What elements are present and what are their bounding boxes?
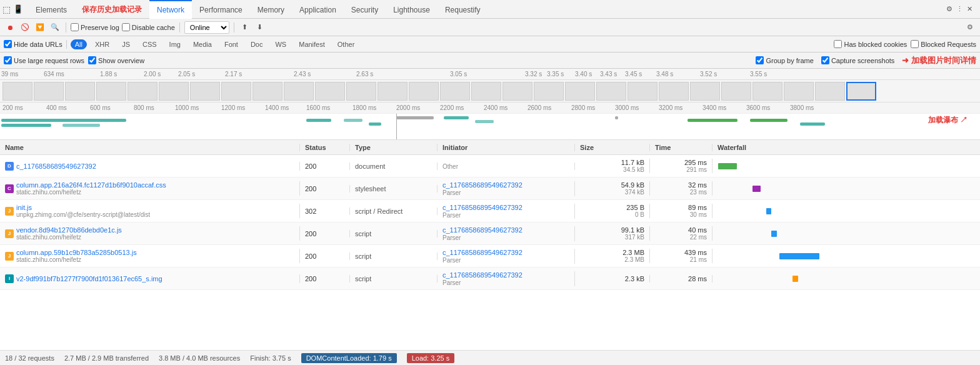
has-blocked-cookies-input[interactable] — [834, 40, 842, 48]
screenshot-10[interactable] — [284, 82, 314, 101]
network-condition-select[interactable]: Online Fast 3G Slow 3G Offline — [184, 21, 229, 34]
screenshot-20[interactable] — [596, 82, 626, 101]
has-blocked-cookies-checkbox[interactable]: Has blocked cookies — [834, 40, 907, 48]
tab-performance[interactable]: Performance — [192, 0, 250, 19]
blocked-requests-checkbox[interactable]: Blocked Requests — [911, 40, 976, 48]
screenshot-6[interactable] — [159, 82, 189, 101]
cell-size-2: 54.9 kB 374 kB — [575, 181, 650, 196]
tab-lighthouse[interactable]: Lighthouse — [386, 0, 438, 19]
table-row[interactable]: J init.js unpkg.zhimg.com/@cfe/sentry-sc… — [0, 200, 980, 222]
capture-screenshots-checkbox[interactable]: Capture screenshots — [821, 56, 895, 64]
screenshot-9[interactable] — [252, 82, 282, 101]
export-button[interactable]: ⬇ — [254, 21, 266, 34]
screenshot-15[interactable] — [440, 82, 470, 101]
settings-button[interactable]: ⚙ — [964, 21, 976, 34]
screenshot-3[interactable] — [65, 82, 95, 101]
tab-memory[interactable]: Memory — [250, 0, 292, 19]
screenshot-16[interactable] — [471, 82, 501, 101]
tab-security[interactable]: Security — [344, 0, 386, 19]
screenshot-17[interactable] — [502, 82, 532, 101]
use-large-rows-input[interactable] — [4, 56, 12, 64]
screenshot-11[interactable] — [315, 82, 345, 101]
record-button[interactable]: ⏺ — [4, 21, 16, 34]
tab-save-history[interactable]: 保存历史加载记录 — [74, 0, 149, 19]
screenshot-13[interactable] — [378, 82, 408, 101]
header-waterfall[interactable]: Waterfall — [712, 144, 980, 151]
filter-font[interactable]: Font — [220, 39, 242, 49]
tab-network[interactable]: Network — [149, 0, 192, 19]
close-icon[interactable]: ✕ — [967, 5, 972, 13]
hide-data-urls-input[interactable] — [4, 40, 12, 48]
filter-img[interactable]: Img — [165, 39, 185, 49]
name-inner-3: init.js unpkg.zhimg.com/@cfe/sentry-scri… — [16, 204, 150, 218]
header-status[interactable]: Status — [300, 144, 350, 151]
tab-elements[interactable]: Elements — [28, 0, 74, 19]
group-by-frame-checkbox[interactable]: Group by frame — [756, 56, 813, 64]
filter-doc[interactable]: Doc — [246, 39, 268, 49]
disable-cache-checkbox[interactable]: Disable cache — [122, 23, 175, 31]
screenshot-8[interactable] — [221, 82, 251, 101]
filter-manifest[interactable]: Manifest — [294, 39, 329, 49]
time-primary-1: 295 ms — [684, 159, 707, 166]
table-row[interactable]: I v2-9df991bf7b1277f7900fd1f013617ec65_s… — [0, 268, 980, 290]
screenshot-7[interactable] — [190, 82, 220, 101]
more-icon[interactable]: ⋮ — [956, 5, 963, 13]
screenshot-27[interactable] — [815, 82, 845, 101]
hide-data-urls-checkbox[interactable]: Hide data URLs — [4, 40, 62, 48]
preserve-log-checkbox[interactable]: Preserve log — [71, 23, 119, 31]
filter-media[interactable]: Media — [189, 39, 216, 49]
screenshot-4[interactable] — [96, 82, 126, 101]
header-time[interactable]: Time — [650, 144, 712, 151]
clear-button[interactable]: 🚫 — [19, 21, 31, 34]
disable-cache-input[interactable] — [122, 23, 130, 31]
screenshot-23[interactable] — [690, 82, 720, 101]
screenshot-14[interactable] — [409, 82, 439, 101]
tab-application[interactable]: Application — [292, 0, 344, 19]
filter-css[interactable]: CSS — [138, 39, 161, 49]
header-initiator[interactable]: Initiator — [438, 144, 575, 151]
search-button[interactable]: 🔍 — [49, 21, 61, 34]
show-overview-checkbox[interactable]: Show overview — [88, 56, 144, 64]
filter-toggle-button[interactable]: 🔽 — [34, 21, 46, 34]
screenshot-12[interactable] — [346, 82, 376, 101]
table-row[interactable]: D c_1176858689549627392 200 document Oth… — [0, 155, 980, 178]
table-row[interactable]: J vendor.8d94b1270b86debd0e1c.js static.… — [0, 222, 980, 245]
import-button[interactable]: ⬆ — [239, 21, 251, 34]
screenshot-24[interactable] — [721, 82, 751, 101]
show-overview-input[interactable] — [88, 56, 96, 64]
preserve-log-input[interactable] — [71, 23, 79, 31]
capture-screenshots-input[interactable] — [821, 56, 829, 64]
device-icon[interactable]: 📱 — [13, 4, 23, 14]
header-size[interactable]: Size — [575, 144, 650, 151]
initiator-link-6: c_1176858689549627392 — [442, 271, 569, 279]
settings-icon[interactable]: ⚙ — [946, 5, 952, 13]
header-name[interactable]: Name — [0, 144, 300, 151]
group-by-frame-input[interactable] — [756, 56, 764, 64]
blocked-requests-input[interactable] — [911, 40, 919, 48]
filter-other[interactable]: Other — [333, 39, 359, 49]
screenshot-21[interactable] — [628, 82, 658, 101]
screenshot-22[interactable] — [659, 82, 689, 101]
filter-ws[interactable]: WS — [271, 39, 291, 49]
header-type[interactable]: Type — [350, 144, 438, 151]
filter-all[interactable]: All — [71, 39, 87, 49]
size-primary-5: 2.3 MB — [622, 249, 644, 256]
table-row[interactable]: C column.app.216a26f4.fc1127d1b6f9010acc… — [0, 178, 980, 200]
cell-status-5: 200 — [300, 252, 350, 260]
time-secondary-4: 22 ms — [690, 234, 707, 241]
screenshot-25[interactable] — [752, 82, 782, 101]
screenshot-2[interactable] — [34, 82, 64, 101]
screenshot-28[interactable] — [846, 82, 876, 101]
inspect-icon[interactable]: ⬚ — [2, 4, 11, 14]
filter-xhr[interactable]: XHR — [91, 39, 114, 49]
cell-status-2: 200 — [300, 185, 350, 192]
tab-requestify[interactable]: Requestify — [438, 0, 488, 19]
screenshot-26[interactable] — [784, 82, 814, 101]
screenshot-1[interactable] — [2, 82, 32, 101]
use-large-rows-checkbox[interactable]: Use large request rows — [4, 56, 84, 64]
table-row[interactable]: J column.app.59b1c9b783a5285b0513.js sta… — [0, 245, 980, 268]
filter-js[interactable]: JS — [118, 39, 134, 49]
screenshot-18[interactable] — [534, 82, 564, 101]
screenshot-5[interactable] — [128, 82, 158, 101]
screenshot-19[interactable] — [565, 82, 595, 101]
